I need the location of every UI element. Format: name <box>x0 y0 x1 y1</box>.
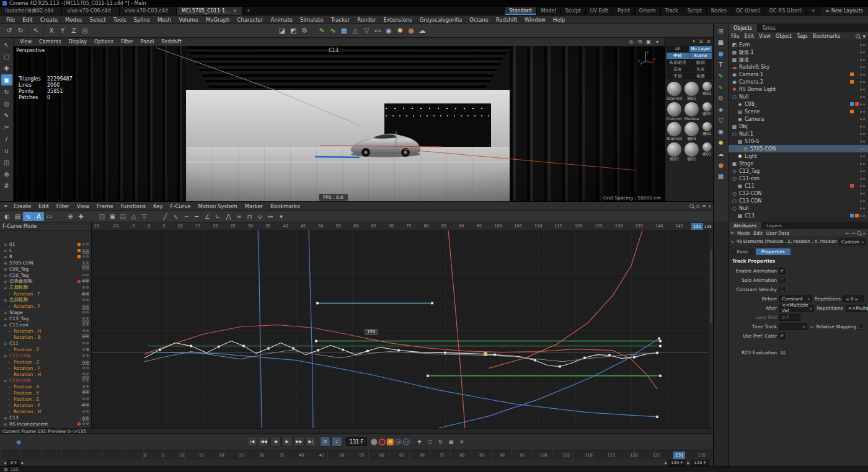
sky-object-icon[interactable]: ☁ <box>715 149 727 159</box>
object-tag-badge[interactable] <box>855 154 859 158</box>
object-tag-badge[interactable] <box>850 162 854 165</box>
record-scale-icon[interactable]: ◻ <box>425 437 435 446</box>
menu-item[interactable]: Octane <box>466 17 492 23</box>
viewport-menu-item[interactable]: View <box>16 39 35 45</box>
undo-icon[interactable]: ↺ <box>4 25 15 37</box>
visibility-toggles[interactable] <box>860 111 868 113</box>
object-tree-item[interactable]: ○ C13-CON <box>728 197 868 204</box>
add-object-icon[interactable]: ⊞ <box>715 26 727 36</box>
record-time-toggle[interactable]: ◔ <box>395 439 402 445</box>
visibility-toggles[interactable] <box>860 126 868 128</box>
object-menu-item[interactable]: File <box>728 33 742 39</box>
visibility-toggles[interactable] <box>860 215 868 217</box>
max-frame-field[interactable]: 135 F <box>691 460 709 466</box>
visibility-toggles[interactable] <box>860 185 868 187</box>
object-tag-badge[interactable] <box>855 125 859 128</box>
menu-item[interactable]: Simulate <box>296 17 327 23</box>
range-start-field[interactable]: 0 F <box>7 460 20 466</box>
document-tab[interactable]: launcher薄膜02.c4d <box>0 7 62 15</box>
pen-tool-icon[interactable]: ✎ <box>316 25 327 37</box>
object-tag-badge[interactable] <box>855 184 859 188</box>
timeline-menu-item[interactable]: Filter <box>53 203 73 209</box>
material-icon[interactable]: ● <box>405 25 417 37</box>
generator-icon[interactable]: ⚙ <box>715 93 727 103</box>
knife-tool-icon[interactable]: ✂ <box>1 121 12 133</box>
object-menu-item[interactable]: View <box>756 33 773 39</box>
object-tree-item[interactable]: ▦ Obj <box>728 123 868 130</box>
sphere-primitive-icon[interactable]: ● <box>715 48 727 58</box>
object-tree-item[interactable]: ▤ Scene <box>728 108 868 115</box>
coordinate-system-icon[interactable]: ◎ <box>79 25 91 37</box>
menu-item[interactable]: File <box>2 17 19 23</box>
object-tag-badge[interactable] <box>850 117 854 121</box>
material-filter-icon[interactable]: ▾ <box>691 38 697 45</box>
timeline-menu-item[interactable]: View <box>73 203 93 209</box>
object-tag-badge[interactable] <box>850 72 854 76</box>
record-rotation-icon[interactable]: ↻ <box>436 437 445 446</box>
object-tree-item[interactable]: ▦ 隧道.1 <box>728 48 868 56</box>
visibility-toggles[interactable] <box>860 74 868 76</box>
cube-primitive-icon[interactable]: ▦ <box>715 37 727 47</box>
object-tag-badge[interactable] <box>855 147 859 151</box>
object-manager-tab[interactable]: Objects <box>728 24 757 32</box>
layer-filter-item[interactable]: All <box>666 46 689 52</box>
object-tag-badge[interactable] <box>855 72 859 76</box>
step-interpolation-icon[interactable]: ┄ <box>181 212 192 221</box>
object-tag-badge[interactable] <box>850 50 854 54</box>
spline-primitive-icon[interactable]: ∿ <box>715 82 727 92</box>
visibility-toggles[interactable] <box>860 118 868 120</box>
workspace-tab[interactable]: Standard <box>504 7 536 15</box>
visibility-toggles[interactable] <box>860 89 868 90</box>
visibility-toggles[interactable] <box>860 141 868 142</box>
light-object-icon[interactable]: ✺ <box>715 138 727 147</box>
object-tag-badge[interactable] <box>850 154 854 158</box>
track-expand-icon[interactable]: ∘ <box>8 366 14 370</box>
workspace-tab[interactable]: Nodes <box>706 7 731 15</box>
frame-selection-icon[interactable]: ▣ <box>107 212 118 221</box>
visibility-toggles[interactable] <box>860 155 868 157</box>
object-tag-badge[interactable] <box>850 139 854 143</box>
object-tag-badge[interactable] <box>850 95 854 98</box>
light-object-icon[interactable]: ✺ <box>394 25 405 37</box>
object-tag-badge[interactable] <box>850 177 854 180</box>
key-delete-icon[interactable]: ▽ <box>139 212 149 221</box>
filter-icon[interactable]: ▾ <box>276 212 286 221</box>
visibility-toggles[interactable] <box>860 51 868 53</box>
material-thumbnail[interactable]: 墙01 <box>683 82 700 102</box>
visibility-toggles[interactable] <box>860 133 868 135</box>
after-dropdown[interactable]: <<Multiple Val▾ <box>779 305 814 312</box>
attribute-section-tab[interactable]: Basic <box>731 248 755 255</box>
object-tag-badge[interactable] <box>850 147 854 151</box>
ripple-edit-icon[interactable]: ↦ <box>265 212 276 221</box>
object-tag-badge[interactable] <box>855 214 859 217</box>
object-tree-item[interactable]: ▦ C11 <box>728 182 868 190</box>
viewport-menu-item[interactable]: Panel <box>137 39 158 45</box>
view-split-icon[interactable]: ⊞ <box>636 38 644 46</box>
render-settings-icon[interactable]: ⚙ <box>299 25 310 37</box>
range-start-decrement-icon[interactable]: ◀ <box>4 461 6 465</box>
fcurve-graph[interactable]: 7006005004003002001000-100-200-300-400-5… <box>92 222 713 428</box>
object-tree-item[interactable]: ○ C12-CON <box>728 190 868 197</box>
fcurve-track-row[interactable]: ⊞ 01 <box>0 241 91 247</box>
object-menu-item[interactable]: Bookmarks <box>810 33 843 39</box>
layer-filter-item[interactable]: 眼部 <box>689 59 712 66</box>
object-tree-item[interactable]: ▦ C13 <box>728 212 868 219</box>
object-tree-item[interactable]: ○ C11-con <box>728 175 868 182</box>
record-parameter-icon[interactable]: ▦ <box>446 437 456 446</box>
layer-filter-item[interactable]: 手部 <box>666 73 689 79</box>
search-icon[interactable] <box>689 204 694 208</box>
track-expand-icon[interactable]: ⊞ <box>4 310 9 315</box>
object-tag-badge[interactable] <box>855 50 859 54</box>
cube-primitive-icon[interactable]: ▦ <box>339 25 350 37</box>
object-tag-badge[interactable] <box>850 132 854 136</box>
material-thumbnail[interactable]: Stained <box>666 82 683 102</box>
close-icon[interactable]: × <box>233 8 237 14</box>
track-expand-icon[interactable]: ∘ <box>8 372 14 377</box>
snap-tool-icon[interactable]: # <box>1 180 12 191</box>
visibility-toggles[interactable] <box>860 96 868 98</box>
track-expand-icon[interactable]: ∘ <box>8 347 14 352</box>
visibility-toggles[interactable] <box>860 66 868 68</box>
add-document-tab-button[interactable]: + <box>242 7 254 15</box>
fcurve-mode-icon[interactable]: ∿ <box>23 212 33 221</box>
range-end-increment-icon[interactable]: ▶ <box>688 461 690 465</box>
